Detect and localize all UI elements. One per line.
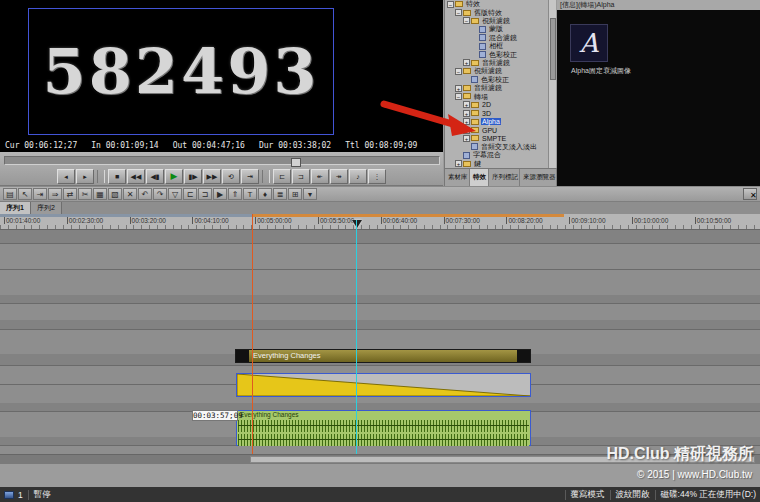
tree-item-音頻濾鏡[interactable]: +音頻濾鏡 [445,84,549,92]
monitor-controls: ◂▸■◀◀◀▮▶▮▶▶▶⟲⇥⊏⊐↞↠♪⋮ [0,152,443,186]
transport-divider [97,170,105,183]
rewind-button[interactable]: ◀◀ [127,169,145,184]
jog-right-button[interactable]: ▸ [76,169,94,184]
mixer-icon[interactable]: ≣ [273,188,287,200]
goto-end-button[interactable]: ⇥ [241,169,259,184]
close-icon[interactable]: ✕ [743,188,757,200]
export-icon[interactable]: ⇑ [228,188,242,200]
track-divider [0,329,760,330]
toolbar-menu-icon[interactable]: ▾ [303,188,317,200]
status-menu-icon[interactable] [4,491,14,499]
tree-item-2D[interactable]: +2D [445,101,549,109]
expand-icon[interactable]: + [463,127,470,134]
palette-scrollbar[interactable] [548,0,556,168]
undo-icon[interactable]: ↶ [138,188,152,200]
tree-item-3D[interactable]: +3D [445,109,549,117]
paste-icon[interactable]: ▧ [108,188,122,200]
cut-icon[interactable]: ✂ [78,188,92,200]
palette-scrollbar-thumb[interactable] [550,18,556,80]
overwrite-mode-button[interactable]: 覆寫模式 [571,489,605,501]
monitor-menu-button[interactable]: ⋮ [368,169,386,184]
loop-button[interactable]: ⟲ [222,169,240,184]
insert-mode-icon[interactable]: ⇥ [33,188,47,200]
audio-button[interactable]: ♪ [349,169,367,184]
folder-icon [471,135,479,141]
tree-item-鍵[interactable]: +鍵 [445,159,549,167]
track-lane[interactable] [0,295,760,303]
monitor-screen: 582493 Cur 00:06:12;27In 00:01:09;14Out … [0,0,443,152]
set-out-icon[interactable]: ⊐ [198,188,212,200]
add-marker-icon[interactable]: ▽ [168,188,182,200]
expand-icon[interactable]: + [463,118,470,125]
keyframe-icon[interactable]: ♦ [258,188,272,200]
pause-button[interactable]: 暫停 [34,489,51,501]
prev-frame-button[interactable]: ◀▮ [146,169,164,184]
playhead-line[interactable] [356,220,357,454]
ruler-label: 00:01:40:00 [4,217,40,224]
collapse-icon[interactable]: − [455,9,462,16]
ruler-label: 00:08:20:00 [506,217,542,224]
goto-out-button[interactable]: ↠ [330,169,348,184]
title-clip[interactable]: Everything Changes [235,349,531,363]
transport-bar: ◂▸■◀◀◀▮▶▮▶▶▶⟲⇥⊏⊐↞↠♪⋮ [0,166,443,186]
disk-usage-status: 磁碟:44% 正在使用中(D:) [661,489,756,501]
audio-waveform-right [238,434,529,446]
collapse-icon[interactable]: − [455,93,462,100]
ripple-mode-button[interactable]: 波紋開啟 [616,489,650,501]
zoom-icon[interactable]: ⊞ [288,188,302,200]
folder-icon [471,60,479,66]
palette-tab-序列標記[interactable]: 序列標記 [489,169,520,186]
tree-item-字幕混合[interactable]: 字幕混合 [445,151,549,159]
clip-trim-handle-left[interactable] [236,350,249,362]
no-expander [455,152,462,159]
timeline-ruler[interactable]: 00:01:40:0000:02:30:0000:03:20:0000:04:1… [0,214,760,230]
ripple-mode-icon[interactable]: ⇄ [63,188,77,200]
goto-in-button[interactable]: ↞ [311,169,329,184]
save-icon[interactable]: ▤ [3,188,17,200]
delete-icon[interactable]: ✕ [123,188,137,200]
sequence-tab-序列2[interactable]: 序列2 [31,202,62,214]
timeline-tracks[interactable]: Everything Changes 00:03:57;09 Everythin… [0,230,760,454]
palette-tab-素材庫[interactable]: 素材庫 [445,169,470,186]
clip-trim-handle-right[interactable] [517,350,530,362]
stop-button[interactable]: ■ [108,169,126,184]
ruler-label: 00:10:50:00 [695,217,731,224]
palette-tab-特效[interactable]: 特效 [470,169,489,186]
set-in-button[interactable]: ⊏ [273,169,291,184]
next-frame-button[interactable]: ▮▶ [184,169,202,184]
tree-item-GPU[interactable]: +GPU [445,126,549,134]
copy-icon[interactable]: ▦ [93,188,107,200]
overwrite-mode-icon[interactable]: ⇒ [48,188,62,200]
expand-icon[interactable]: + [463,59,470,66]
scrub-bar[interactable] [4,156,440,165]
transition-fade-clip[interactable] [236,373,531,397]
expand-icon[interactable]: + [463,135,470,142]
track-divider [0,269,760,270]
redo-icon[interactable]: ↷ [153,188,167,200]
divider [610,490,611,500]
set-in-icon[interactable]: ⊏ [183,188,197,200]
title-tool-icon[interactable]: T [243,188,257,200]
sequence-tab-序列1[interactable]: 序列1 [0,202,31,214]
expand-icon[interactable]: + [463,101,470,108]
expand-icon[interactable]: + [455,85,462,92]
playhead-handle[interactable] [352,220,362,228]
jog-left-button[interactable]: ◂ [57,169,75,184]
track-lane[interactable] [0,230,760,243]
play-button[interactable]: ▶ [165,169,183,184]
cursor-icon[interactable]: ↖ [18,188,32,200]
alpha-effect-thumbnail[interactable]: A [570,24,608,62]
collapse-icon[interactable]: − [447,1,454,8]
expand-icon[interactable]: + [463,110,470,117]
fast-forward-button[interactable]: ▶▶ [203,169,221,184]
palette-tab-來源瀏覽器[interactable]: 來源瀏覽器 [520,169,557,186]
track-lane[interactable] [0,320,760,329]
collapse-icon[interactable]: − [455,68,462,75]
audio-clip[interactable]: Everything Changes [236,410,531,446]
collapse-icon[interactable]: − [463,17,470,24]
tree-item-轉場[interactable]: −轉場 [445,92,549,100]
play-icon[interactable]: ▶ [213,188,227,200]
expand-icon[interactable]: + [455,160,462,167]
set-out-button[interactable]: ⊐ [292,169,310,184]
tree-item-Alpha[interactable]: +Alpha [445,117,549,125]
